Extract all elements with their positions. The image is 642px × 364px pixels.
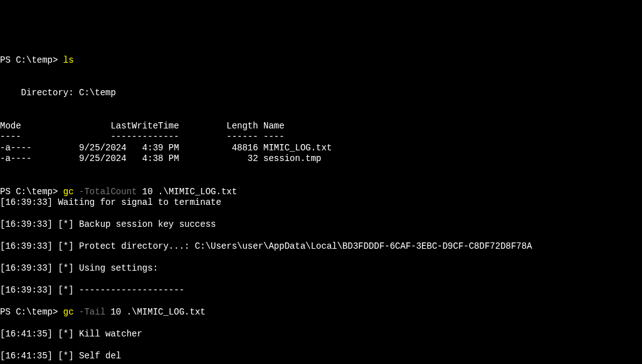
log-line: [16:41:35] [*] Self del <box>0 351 121 361</box>
log-line: [16:39:33] [*] Using settings: <box>0 263 158 273</box>
command-param: -Tail <box>74 307 105 317</box>
log-line: [16:39:33] [*] Protect directory...: C:\… <box>0 241 532 251</box>
terminal-output[interactable]: PS C:\temp> ls Directory: C:\temp Mode L… <box>0 44 642 364</box>
log-line: [16:41:35] [*] Kill watcher <box>0 329 142 339</box>
log-line: [16:39:33] [*] -------------------- <box>0 285 184 295</box>
command-param: -TotalCount <box>74 187 137 197</box>
directory-header: Directory: C:\temp <box>0 88 116 98</box>
command-gc: gc <box>63 187 74 197</box>
log-line: [16:39:33] Waiting for signal to termina… <box>0 197 221 207</box>
table-divider: ---- ------------- ------ ---- <box>0 132 285 142</box>
prompt: PS C:\temp> <box>0 307 63 317</box>
command-gc: gc <box>63 307 74 317</box>
log-line: [16:39:33] [*] Backup session key succes… <box>0 219 216 229</box>
prompt: PS C:\temp> <box>0 55 63 65</box>
file-row: -a---- 9/25/2024 4:38 PM 32 session.tmp <box>0 153 321 164</box>
table-header: Mode LastWriteTime Length Name <box>0 121 285 131</box>
prompt: PS C:\temp> <box>0 187 63 197</box>
file-row: -a---- 9/25/2024 4:39 PM 48816 MIMIC_LOG… <box>0 143 332 153</box>
command-args: 10 .\MIMIC_LOG.txt <box>137 187 237 197</box>
command-args: 10 .\MIMIC_LOG.txt <box>105 307 206 317</box>
command: ls <box>63 55 74 65</box>
